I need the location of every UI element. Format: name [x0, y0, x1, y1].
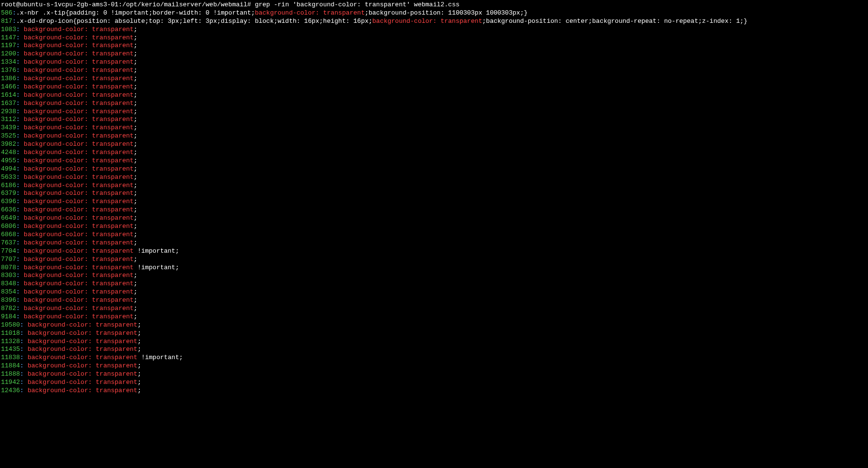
colon-separator: :: [16, 140, 20, 148]
code-suffix: ;: [134, 214, 137, 222]
code-suffix: ;: [134, 296, 137, 304]
code-suffix: ;: [137, 370, 141, 378]
grep-result-line: 7637: background-color: transparent;: [1, 239, 867, 247]
code-before-match: .x-dd-drop-icon{position: absolute;top: …: [16, 17, 372, 25]
terminal-output[interactable]: root@ubuntu-s-1vcpu-2gb-ams3-01:/opt/ker…: [1, 1, 867, 395]
grep-result-line: 1200: background-color: transparent;: [1, 50, 867, 58]
colon-separator: :: [20, 329, 24, 337]
colon-separator: :: [16, 149, 20, 156]
code-suffix: ;: [134, 124, 137, 131]
grep-result-line: 1083: background-color: transparent;: [1, 26, 867, 34]
code-suffix: ;: [134, 157, 137, 164]
code-suffix: ;: [134, 280, 137, 287]
prompt-symbol: #: [247, 1, 255, 8]
grep-result-line: 7707: background-color: transparent;: [1, 256, 867, 264]
indent-space: [20, 296, 24, 304]
code-suffix: ;: [134, 83, 137, 90]
colon-separator: :: [16, 132, 20, 139]
colon-separator: :: [16, 100, 20, 107]
code-suffix: ;: [134, 165, 137, 173]
grep-match: background-color: transparent: [24, 190, 134, 197]
grep-match: background-color: transparent: [24, 264, 134, 271]
line-number: 2938: [1, 108, 16, 115]
line-number: 11018: [1, 329, 20, 337]
colon-separator: :: [20, 387, 24, 394]
colon-separator: :: [16, 75, 20, 82]
grep-match: background-color: transparent: [28, 370, 137, 378]
grep-result-line: 11018: background-color: transparent;: [1, 329, 867, 338]
grep-result-line: 3439: background-color: transparent;: [1, 124, 867, 132]
colon-separator: :: [16, 124, 20, 131]
line-number: 7707: [1, 256, 16, 263]
colon-separator: :: [16, 34, 20, 41]
code-suffix: ;: [137, 379, 141, 386]
grep-match: background-color: transparent: [24, 280, 134, 287]
grep-match: background-color: transparent: [28, 338, 137, 345]
indent-space: [20, 42, 24, 49]
prompt-user-host: root@ubuntu-s-1vcpu-2gb-ams3-01: [1, 1, 119, 8]
grep-match: background-color: transparent: [24, 165, 134, 173]
line-number: 8354: [1, 288, 16, 295]
grep-result-line: 11328: background-color: transparent;: [1, 338, 867, 346]
colon-separator: :: [16, 26, 20, 33]
grep-match: background-color: transparent: [24, 173, 134, 181]
indent-space: [20, 313, 24, 320]
grep-match: background-color: transparent: [24, 116, 134, 123]
code-suffix: ;: [134, 75, 137, 82]
grep-match: background-color: transparent: [28, 329, 137, 337]
line-number: 12436: [1, 387, 20, 394]
indent-space: [20, 264, 24, 271]
grep-match: background-color: transparent: [28, 362, 137, 369]
grep-result-line: 8396: background-color: transparent;: [1, 296, 867, 305]
code-suffix: ;: [137, 329, 141, 337]
grep-match: background-color: transparent: [24, 239, 134, 246]
line-number: 586: [1, 9, 12, 17]
grep-match: background-color: transparent: [24, 296, 134, 304]
indent-space: [20, 157, 24, 164]
prompt-path: /opt/kerio/mailserver/web/webmail: [122, 1, 247, 8]
grep-match: background-color: transparent: [24, 132, 134, 139]
grep-match: background-color: transparent: [28, 321, 137, 329]
line-number: 1614: [1, 91, 16, 99]
line-number: 5633: [1, 173, 16, 181]
line-number: 6806: [1, 223, 16, 230]
grep-result-line: 7704: background-color: transparent !imp…: [1, 247, 867, 256]
code-suffix: ;: [134, 173, 137, 181]
grep-match: background-color: transparent: [24, 313, 134, 320]
grep-result-line: 8078: background-color: transparent !imp…: [1, 264, 867, 272]
colon-separator: :: [16, 42, 20, 49]
line-number: 3525: [1, 132, 16, 139]
colon-separator: :: [20, 354, 24, 361]
indent-space: [20, 247, 24, 255]
grep-result-line: 817:.x-dd-drop-icon{position: absolute;t…: [1, 17, 867, 26]
line-number: 4955: [1, 157, 16, 164]
grep-result-line: 3112: background-color: transparent;: [1, 116, 867, 124]
grep-match: background-color: transparent: [24, 42, 134, 49]
indent-space: [20, 100, 24, 107]
colon-separator: :: [16, 67, 20, 74]
code-suffix: ;: [137, 387, 141, 394]
grep-match: background-color: transparent: [24, 256, 134, 263]
line-number: 1147: [1, 34, 16, 41]
line-number: 6636: [1, 206, 16, 213]
line-number: 1200: [1, 50, 16, 57]
code-suffix: ;: [137, 362, 141, 369]
grep-result-line: 3982: background-color: transparent;: [1, 140, 867, 149]
line-number: 11838: [1, 354, 20, 361]
grep-match: background-color: transparent: [24, 182, 134, 189]
grep-result-line: 8303: background-color: transparent;: [1, 272, 867, 280]
colon-separator: :: [20, 321, 24, 329]
code-suffix: ;: [134, 26, 137, 33]
grep-match: background-color: transparent: [24, 231, 134, 238]
grep-result-line: 11884: background-color: transparent;: [1, 362, 867, 370]
code-suffix: ;: [134, 132, 137, 139]
code-suffix: ;: [137, 346, 141, 353]
line-number: 11888: [1, 370, 20, 378]
line-number: 4248: [1, 149, 16, 156]
grep-match: background-color: transparent: [24, 34, 134, 41]
indent-space: [24, 321, 28, 329]
code-suffix: ;: [134, 100, 137, 107]
colon-separator: :: [16, 206, 20, 213]
grep-match: background-color: transparent: [24, 108, 134, 115]
indent-space: [20, 256, 24, 263]
